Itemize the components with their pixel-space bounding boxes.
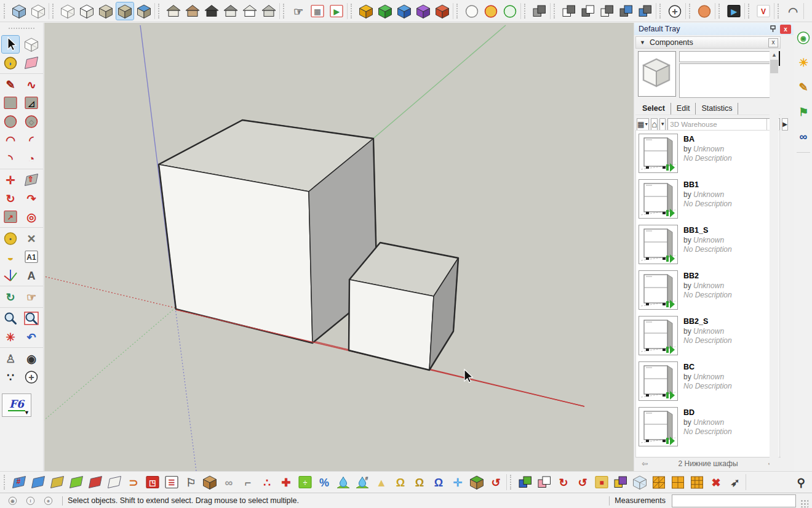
panel-hash-blue[interactable]: #	[10, 474, 28, 491]
orange-curve[interactable]: ⊃	[125, 474, 142, 491]
tab[interactable]: Edit	[671, 103, 696, 115]
view-iso[interactable]	[165, 2, 182, 20]
red-cross[interactable]: ✚	[277, 474, 295, 491]
two-point-arc-tool[interactable]: ◜	[23, 131, 40, 148]
red-corner-square[interactable]: ◳	[144, 474, 161, 491]
axes-tool[interactable]	[2, 267, 19, 284]
viewport-canvas[interactable]	[44, 23, 634, 471]
resize-grip[interactable]	[800, 499, 808, 507]
screw-tool[interactable]: ⚲	[792, 474, 810, 491]
mirror-pyramid[interactable]: ▲	[373, 474, 390, 491]
tool-cube-blue[interactable]	[396, 2, 413, 20]
vray-button[interactable]: V	[755, 2, 772, 20]
tool-cube-red-undo[interactable]	[434, 2, 451, 20]
toolbar-drag-handle[interactable]	[351, 4, 355, 18]
push-pull-tool[interactable]: ⇧	[23, 171, 40, 188]
solid-split[interactable]	[637, 2, 654, 20]
measurements-input[interactable]	[672, 494, 796, 507]
green-divide[interactable]: ÷	[297, 474, 314, 491]
home-button[interactable]: ⌂	[651, 118, 658, 131]
tray-titlebar[interactable]: Default Tray x	[634, 23, 794, 35]
polygon-tool[interactable]: ◇	[23, 113, 40, 130]
toolbar-drag-handle[interactable]	[524, 4, 528, 18]
panel-blue[interactable]	[30, 474, 47, 491]
solid-subtract[interactable]	[579, 2, 597, 20]
paint-bucket-tool[interactable]: ◗	[2, 54, 19, 71]
component-list-item[interactable]: BD by Unknown No Description	[636, 404, 779, 450]
view-left[interactable]	[241, 2, 258, 20]
components-close-button[interactable]: x	[768, 38, 778, 47]
home-dropdown-button[interactable]: ▼	[659, 118, 666, 131]
tool-geodesic-sphere[interactable]	[501, 2, 519, 20]
section-compass-tool[interactable]: ✛	[23, 368, 40, 385]
orbit-tool[interactable]: ↻	[2, 288, 19, 305]
style-back-edges[interactable]	[30, 2, 47, 20]
view-right[interactable]	[260, 2, 277, 20]
large-cube[interactable]	[159, 120, 377, 343]
toolbar-drag-handle[interactable]	[689, 4, 693, 18]
zoom-extents-tool[interactable]: ✳	[2, 328, 19, 345]
toolbar-drag-handle[interactable]	[659, 4, 664, 18]
view-options-button[interactable]: ▦ ▼	[637, 118, 649, 131]
select-hand-tool[interactable]: ☞	[290, 2, 307, 20]
style-shaded-textures[interactable]	[116, 2, 133, 20]
component-description-field[interactable]	[679, 63, 771, 98]
tab[interactable]: Statistics	[696, 103, 738, 115]
component-list-item[interactable]: BC by Unknown No Description	[636, 358, 779, 404]
curve-arrow[interactable]: ➶	[726, 474, 744, 491]
toolbar-drag-handle[interactable]	[510, 475, 514, 490]
component-thumbnail[interactable]	[639, 316, 678, 355]
advanced-search-button[interactable]: ▶	[782, 118, 788, 131]
view-back[interactable]	[222, 2, 239, 20]
blue-percent[interactable]: %	[316, 474, 333, 491]
wood-block[interactable]	[201, 474, 218, 491]
curve-points-red[interactable]: ∴	[258, 474, 276, 491]
blocks-green-blue[interactable]	[517, 474, 534, 491]
3d-text-tool[interactable]: A	[23, 267, 40, 284]
scrollbar-thumb[interactable]	[770, 60, 778, 73]
tool-cube-green[interactable]	[376, 2, 394, 20]
hook-blue-dashed[interactable]: Ω	[430, 474, 447, 491]
component-thumbnail[interactable]	[639, 225, 678, 264]
component-thumbnail[interactable]	[639, 134, 678, 173]
toolbar-drag-handle[interactable]	[9, 28, 34, 31]
account-icon[interactable]: ☻	[43, 496, 54, 506]
text-tool[interactable]: A1	[23, 248, 40, 265]
yellow-frame-red-center[interactable]: ■	[593, 474, 610, 491]
material-stone[interactable]	[696, 2, 713, 20]
dimension-tool[interactable]: ✕	[23, 230, 40, 247]
cube-rotate-1[interactable]: ↻	[555, 474, 572, 491]
component-list-item[interactable]: BB2 by Unknown No Description	[636, 267, 779, 313]
solid-intersect[interactable]	[618, 2, 635, 20]
geolocation-icon[interactable]: ◉	[7, 496, 18, 506]
collapse-icon[interactable]: ▼	[640, 39, 645, 46]
solid-outer-shell[interactable]	[531, 2, 548, 20]
north-compass[interactable]: ✛	[666, 2, 683, 20]
component-name-field[interactable]	[679, 51, 771, 62]
grid-2x2[interactable]	[669, 474, 687, 491]
cube-vertices[interactable]	[631, 474, 648, 491]
toolbar-drag-handle[interactable]	[4, 475, 8, 490]
wood-box-lid[interactable]	[468, 474, 485, 491]
component-red-box-2[interactable]: ▶	[328, 2, 345, 20]
hook-yellow[interactable]: Ω	[392, 474, 409, 491]
component-list-item[interactable]: BA by Unknown No Description	[636, 131, 779, 176]
eraser-tool[interactable]	[23, 54, 40, 71]
f6-plugin-toolbar[interactable]: F6 ▼	[2, 393, 31, 417]
move-tool[interactable]: ✛	[2, 171, 19, 188]
solid-trim[interactable]	[599, 2, 616, 20]
red-lined-square[interactable]: ☰	[163, 474, 180, 491]
credits-icon[interactable]: i	[25, 496, 36, 506]
three-point-arc-tool[interactable]: ◝	[2, 150, 19, 167]
rotated-rectangle-tool[interactable]: ◿	[23, 94, 40, 111]
viewport[interactable]	[44, 23, 634, 471]
f6-caret-icon[interactable]: ▼	[24, 409, 30, 416]
styles-sketch-pencil[interactable]: ✎	[795, 78, 812, 95]
component-red-box-1[interactable]: ▦	[309, 2, 326, 20]
toolbar-drag-handle[interactable]	[52, 4, 57, 18]
component-thumbnail[interactable]	[639, 179, 678, 219]
shadows-sun[interactable]: ☀	[795, 54, 812, 71]
previous-view-tool[interactable]: ↶	[23, 328, 40, 345]
search-input[interactable]	[668, 121, 766, 128]
grid-diagonal[interactable]	[650, 474, 667, 491]
